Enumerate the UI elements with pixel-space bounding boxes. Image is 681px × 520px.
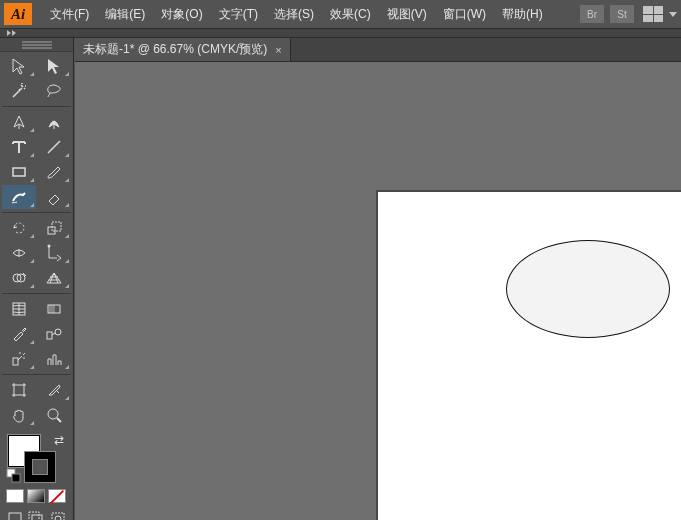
curvature-pen-icon: [45, 113, 63, 131]
width-icon: [10, 244, 28, 262]
line-icon: [45, 138, 63, 156]
magic-wand-tool[interactable]: [2, 79, 36, 103]
document-tab[interactable]: 未标题-1* @ 66.67% (CMYK/预览) ×: [75, 38, 291, 61]
color-mode-gradient[interactable]: [27, 489, 45, 503]
menu-type[interactable]: 文字(T): [211, 2, 266, 27]
menu-edit[interactable]: 编辑(E): [97, 2, 153, 27]
perspective-icon: [45, 269, 63, 287]
menu-select[interactable]: 选择(S): [266, 2, 322, 27]
menu-effect[interactable]: 效果(C): [322, 2, 379, 27]
slice-tool[interactable]: [37, 378, 71, 402]
paintbrush-icon: [45, 163, 63, 181]
symbol-sprayer-tool[interactable]: [2, 347, 36, 371]
perspective-grid-tool[interactable]: [37, 266, 71, 290]
free-transform-tool[interactable]: [37, 241, 71, 265]
scale-tool[interactable]: [37, 216, 71, 240]
zoom-tool[interactable]: [37, 403, 71, 427]
blend-tool[interactable]: [37, 322, 71, 346]
draw-behind[interactable]: [27, 509, 45, 520]
draw-behind-icon: [27, 510, 45, 520]
graph-icon: [45, 350, 63, 368]
draw-normal-icon: [6, 510, 24, 520]
spray-icon: [10, 350, 28, 368]
type-tool[interactable]: [2, 135, 36, 159]
scale-icon: [45, 219, 63, 237]
rectangle-icon: [10, 163, 28, 181]
fill-stroke-swatch: ⇄: [0, 429, 73, 485]
color-mode-solid[interactable]: [6, 489, 24, 503]
shaper-tool[interactable]: [2, 185, 36, 209]
eyedropper-tool[interactable]: [2, 322, 36, 346]
lasso-tool[interactable]: [37, 79, 71, 103]
artboard-tool[interactable]: [2, 378, 36, 402]
arrange-docs-icon[interactable]: [643, 6, 663, 22]
menu-object[interactable]: 对象(O): [153, 2, 210, 27]
svg-rect-8: [47, 332, 52, 339]
shape-builder-icon: [10, 269, 28, 287]
control-expand-icon[interactable]: [6, 30, 16, 36]
curvature-pen-tool[interactable]: [37, 110, 71, 134]
svg-rect-16: [32, 515, 42, 520]
svg-rect-15: [9, 513, 21, 520]
svg-point-9: [55, 329, 61, 335]
menu-help[interactable]: 帮助(H): [494, 2, 551, 27]
gradient-icon: [45, 300, 63, 318]
blend-icon: [45, 325, 63, 343]
lasso-icon: [45, 82, 63, 100]
svg-rect-11: [14, 385, 24, 395]
rotate-icon: [10, 219, 28, 237]
menu-file[interactable]: 文件(F): [42, 2, 97, 27]
svg-rect-0: [13, 168, 25, 176]
menu-view[interactable]: 视图(V): [379, 2, 435, 27]
stroke-swatch[interactable]: [24, 451, 56, 483]
eraser-tool[interactable]: [37, 185, 71, 209]
selection-icon: [10, 57, 28, 75]
arrange-docs-caret-icon[interactable]: [669, 12, 677, 17]
menubar: Ai 文件(F) 编辑(E) 对象(O) 文字(T) 选择(S) 效果(C) 视…: [0, 0, 681, 28]
tools-panel-grip[interactable]: [0, 38, 73, 52]
stock-button[interactable]: St: [610, 5, 634, 23]
color-mode-none[interactable]: [48, 489, 66, 503]
tools-panel: ⇄: [0, 38, 74, 520]
document-tabbar: 未标题-1* @ 66.67% (CMYK/预览) ×: [75, 38, 681, 62]
svg-rect-14: [12, 474, 20, 482]
free-transform-icon: [45, 244, 63, 262]
ellipse-shape[interactable]: [506, 240, 670, 338]
draw-inside[interactable]: [49, 509, 67, 520]
svg-rect-17: [29, 512, 39, 520]
rectangle-tool[interactable]: [2, 160, 36, 184]
zoom-icon: [45, 406, 63, 424]
eraser-icon: [45, 188, 63, 206]
mesh-tool[interactable]: [2, 297, 36, 321]
canvas[interactable]: [75, 62, 681, 520]
menu-window[interactable]: 窗口(W): [435, 2, 494, 27]
document-tab-label: 未标题-1* @ 66.67% (CMYK/预览): [83, 41, 267, 58]
draw-normal[interactable]: [6, 509, 24, 520]
gradient-tool[interactable]: [37, 297, 71, 321]
hand-icon: [10, 406, 28, 424]
swap-fill-stroke-icon[interactable]: ⇄: [54, 433, 64, 447]
selection-tool[interactable]: [2, 54, 36, 78]
artboard-icon: [10, 381, 28, 399]
bridge-button[interactable]: Br: [580, 5, 604, 23]
hand-tool[interactable]: [2, 403, 36, 427]
draw-inside-icon: [49, 510, 67, 520]
column-graph-tool[interactable]: [37, 347, 71, 371]
rotate-tool[interactable]: [2, 216, 36, 240]
direct-selection-tool[interactable]: [37, 54, 71, 78]
line-segment-tool[interactable]: [37, 135, 71, 159]
draw-screen-mode-row: [0, 507, 73, 520]
paintbrush-tool[interactable]: [37, 160, 71, 184]
svg-point-19: [55, 516, 61, 520]
control-strip: [0, 28, 681, 38]
slice-icon: [45, 381, 63, 399]
magic-wand-icon: [10, 82, 28, 100]
default-fill-stroke-icon[interactable]: [6, 468, 22, 487]
pen-tool[interactable]: [2, 110, 36, 134]
shape-builder-tool[interactable]: [2, 266, 36, 290]
eyedropper-icon: [10, 325, 28, 343]
color-mode-row: [0, 485, 73, 507]
artboard: [378, 192, 681, 520]
width-tool[interactable]: [2, 241, 36, 265]
tab-close-icon[interactable]: ×: [275, 44, 281, 56]
